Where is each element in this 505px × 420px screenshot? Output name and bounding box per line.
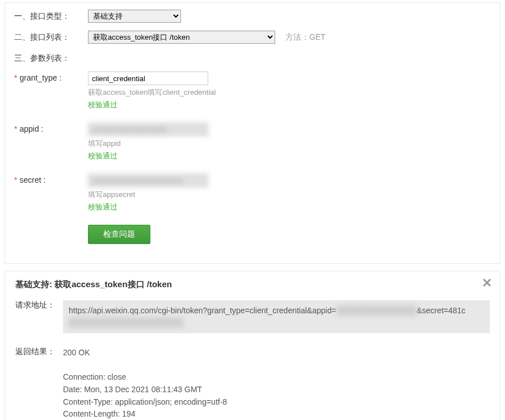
response-label: 返回结果：	[15, 347, 63, 357]
header-content-length: Content-Length: 194	[63, 408, 490, 420]
request-url-appid-blur: wx0000000000000000	[336, 305, 417, 317]
required-star-icon: *	[14, 73, 17, 82]
request-url-label: 请求地址：	[15, 300, 63, 310]
secret-validate: 校验通过	[88, 202, 491, 212]
interface-type-select[interactable]: 基础支持	[88, 10, 181, 23]
result-panel: ✕ 基础支持: 获取access_token接口 /token 请求地址： ht…	[5, 271, 500, 420]
param-list-label: 三、参数列表：	[14, 52, 88, 64]
response-body: 200 OK Connection: close Date: Mon, 13 D…	[63, 347, 490, 420]
request-url-mid: &secret=481c	[416, 306, 465, 315]
close-icon[interactable]: ✕	[482, 277, 492, 289]
header-content-type: Content-Type: application/json; encoding…	[63, 396, 490, 409]
param-grant-type-label: grant_type :	[19, 73, 61, 82]
grant-type-input[interactable]	[88, 72, 208, 85]
grant-type-validate: 校验通过	[88, 100, 491, 110]
param-secret-label: secret :	[19, 175, 45, 184]
grant-type-hint: 获取access_token填写client_credential	[88, 87, 491, 98]
interface-list-label: 二、接口列表：	[14, 31, 88, 43]
interface-list-row: 二、接口列表： 获取access_token接口 /token 方法：GET	[14, 31, 491, 44]
required-star-icon: *	[14, 175, 17, 184]
param-grant-type-row: *grant_type : 获取access_token填写client_cre…	[14, 72, 491, 110]
method-label: 方法：GET	[285, 32, 326, 41]
secret-input[interactable]	[88, 174, 208, 187]
request-url-prefix: https://api.weixin.qq.com/cgi-bin/token?…	[69, 306, 336, 315]
appid-input[interactable]	[88, 123, 208, 136]
request-url-row: 请求地址： https://api.weixin.qq.com/cgi-bin/…	[15, 300, 490, 333]
param-appid-row: *appid : 填写appid 校验通过	[14, 123, 491, 161]
interface-type-row: 一、接口类型： 基础支持	[14, 10, 491, 23]
status-line: 200 OK	[63, 347, 490, 359]
interface-list-select[interactable]: 获取access_token接口 /token	[88, 31, 275, 44]
result-title: 基础支持: 获取access_token接口 /token	[15, 279, 490, 290]
interface-type-label: 一、接口类型：	[14, 10, 88, 22]
header-connection: Connection: close	[63, 371, 490, 384]
param-secret-row: *secret : 填写appsecret 校验通过	[14, 174, 491, 212]
response-row: 返回结果： 200 OK Connection: close Date: Mon…	[15, 347, 490, 420]
param-appid-label: appid :	[19, 124, 43, 133]
secret-hint: 填写appsecret	[88, 190, 491, 200]
request-url-secret-blur: 00000000000000000000000000	[69, 317, 183, 329]
appid-validate: 校验通过	[88, 151, 491, 161]
submit-button[interactable]: 检查问题	[88, 225, 150, 244]
required-star-icon: *	[14, 124, 17, 133]
request-url-box[interactable]: https://api.weixin.qq.com/cgi-bin/token?…	[63, 300, 490, 333]
submit-row: 检查问题	[14, 225, 491, 244]
param-list-header-row: 三、参数列表：	[14, 52, 491, 64]
header-date: Date: Mon, 13 Dec 2021 08:11:43 GMT	[63, 384, 490, 396]
appid-hint: 填写appid	[88, 138, 491, 149]
api-form-panel: 一、接口类型： 基础支持 二、接口列表： 获取access_token接口 /t…	[5, 2, 500, 264]
